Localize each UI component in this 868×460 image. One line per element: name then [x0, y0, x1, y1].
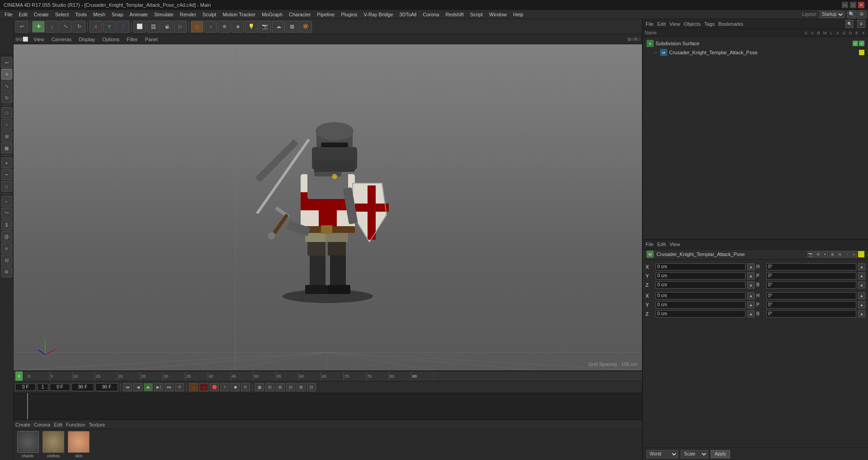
size-b-input[interactable] [766, 310, 856, 318]
keyframe-selection[interactable]: ? [220, 383, 229, 391]
obj-menu-bookmarks[interactable]: Bookmarks [718, 21, 743, 27]
light-object[interactable]: 💡 [245, 21, 258, 33]
menu-3dtoall[interactable]: 3DToAll [396, 11, 419, 18]
render-to-picture[interactable]: 🖼 [147, 21, 160, 33]
toolbar-add[interactable]: ✛ [32, 21, 45, 33]
prev-frame-button[interactable]: ◀ [133, 383, 142, 391]
mat-menu-function[interactable]: Function [66, 422, 85, 427]
menu-animate[interactable]: Animate [127, 11, 151, 18]
pos-z-input[interactable] [656, 281, 745, 289]
menu-select[interactable]: Select [52, 11, 72, 18]
auto-keyframe-button[interactable]: 🔴 [210, 383, 219, 391]
toolbar-move[interactable]: ↕ [46, 21, 58, 33]
grid-object[interactable]: ▦ [286, 21, 298, 33]
scale-y-btn[interactable]: ▲ [747, 301, 755, 308]
search-button[interactable]: 🔍 [847, 10, 856, 19]
layout-selector[interactable]: Startup [820, 11, 844, 18]
viewport-menu-cameras[interactable]: Cameras [50, 36, 74, 43]
menu-file[interactable]: File [2, 11, 15, 18]
camera-object[interactable]: 📷 [259, 21, 271, 33]
menu-vray[interactable]: V-Ray Bridge [361, 11, 396, 18]
tool-dollar[interactable]: $ [1, 219, 12, 230]
menu-tools[interactable]: Tools [72, 11, 90, 18]
size-b-btn[interactable]: ▲ [858, 310, 865, 318]
scale-tool[interactable]: ⤡ [1, 81, 12, 91]
menu-character[interactable]: Character [286, 11, 313, 18]
attr-icon-4[interactable]: ⊞ [829, 251, 835, 257]
edge-mode[interactable]: ━ [1, 169, 12, 180]
settings-button[interactable]: ⚙ [857, 10, 866, 19]
rotate-tool[interactable]: ↻ [1, 92, 12, 103]
pos-z-btn[interactable]: ▲ [747, 281, 755, 289]
rot-b-input[interactable] [766, 281, 856, 289]
viewport-menu-display[interactable]: Display [77, 36, 97, 43]
goto-last-button[interactable]: ⏭ [165, 383, 174, 391]
obj-settings-button[interactable]: ⚙ [857, 20, 865, 28]
attr-menu-file[interactable]: File [646, 242, 654, 247]
scale-y-input[interactable] [656, 301, 745, 308]
tool-grid[interactable]: ⊟ [1, 255, 12, 266]
attr-icon-2[interactable]: ⚙ [815, 251, 821, 257]
menu-sculpt[interactable]: Sculpt [200, 11, 219, 18]
tool-curve[interactable]: 〜 [1, 208, 12, 218]
record-button[interactable]: ⏺ [231, 383, 240, 391]
menu-snap[interactable]: Snap [109, 11, 126, 18]
tl-mode-1[interactable]: ▦ [255, 383, 264, 391]
goto-first-button[interactable]: ⏮ [123, 383, 132, 391]
menu-script[interactable]: Script [467, 11, 486, 18]
close-button[interactable]: ✕ [858, 2, 864, 8]
model-mode[interactable]: □ [1, 107, 12, 118]
scale-x-btn[interactable]: ▲ [747, 292, 755, 299]
toolbar-rotate2[interactable]: ↻ [73, 21, 85, 33]
attr-icon-3[interactable]: ≡ [822, 251, 828, 257]
tl-mode-5[interactable]: ⊠ [297, 383, 306, 391]
sky-object[interactable]: ☁ [272, 21, 285, 33]
attr-icon-1[interactable]: 📷 [807, 251, 814, 257]
attr-menu-edit[interactable]: Edit [657, 242, 666, 247]
terrain-object[interactable]: 🔆 [299, 21, 312, 33]
nurbs-object[interactable]: ○ [204, 21, 217, 33]
obj-search-button[interactable]: 🔍 [845, 20, 854, 28]
undo-tool[interactable]: ↩ [1, 57, 12, 68]
add-keyframe-button[interactable]: ⬦ [189, 383, 198, 391]
timeline-track[interactable] [14, 393, 642, 419]
undo-button[interactable]: ↩ [15, 21, 28, 33]
pos-y-input[interactable] [656, 272, 745, 280]
toolbar-scale2[interactable]: ⤡ [59, 21, 72, 33]
menu-mograph[interactable]: MoGraph [259, 11, 285, 18]
fps-input[interactable] [37, 384, 48, 391]
pos-x-input[interactable] [656, 263, 745, 270]
obj-menu-edit[interactable]: Edit [657, 21, 666, 27]
menu-redshift[interactable]: Redshift [443, 11, 466, 18]
loop-button[interactable]: ↺ [175, 383, 184, 391]
size-h-input[interactable] [766, 292, 856, 299]
attr-icon-6[interactable]: → [844, 251, 850, 257]
scale-z-input[interactable] [656, 310, 745, 318]
tool-l[interactable]: ⌐ [1, 196, 12, 207]
rot-h-btn[interactable]: ▲ [858, 263, 865, 270]
tool-spiral[interactable]: @ [1, 231, 12, 242]
menu-mesh[interactable]: Mesh [90, 11, 108, 18]
rot-p-btn[interactable]: ▲ [858, 272, 865, 280]
mat-menu-create[interactable]: Create [15, 422, 30, 427]
menu-motiontracker[interactable]: Motion Tracker [220, 11, 258, 18]
obj-menu-objects[interactable]: Objects [684, 21, 700, 27]
attr-icon-7[interactable]: ↳ [851, 251, 857, 257]
viewport-menu-view[interactable]: View [32, 36, 46, 43]
menu-window[interactable]: Window [486, 11, 509, 18]
rot-p-input[interactable] [766, 272, 856, 280]
material-chainmail[interactable]: chaink. [17, 431, 39, 458]
generator-object[interactable]: ◈ [231, 21, 244, 33]
attr-menu-view[interactable]: View [670, 242, 680, 247]
obj-menu-file[interactable]: File [646, 21, 654, 27]
constraint-x[interactable]: X [90, 21, 102, 33]
frame-display-input[interactable] [50, 384, 70, 391]
render-anim[interactable]: 📽 [160, 21, 173, 33]
obj-menu-view[interactable]: View [670, 21, 680, 27]
material-skin[interactable]: skin [68, 431, 90, 458]
remove-keyframe-button[interactable]: ⬦ [199, 383, 208, 391]
menu-corona[interactable]: Corona [420, 11, 442, 18]
viewport-3d[interactable]: Perspective [14, 44, 642, 370]
obj-item-crusader[interactable]: M Crusader_Knight_Templar_Attack_Pose [645, 48, 866, 57]
tl-mode-3[interactable]: ⊞ [276, 383, 285, 391]
